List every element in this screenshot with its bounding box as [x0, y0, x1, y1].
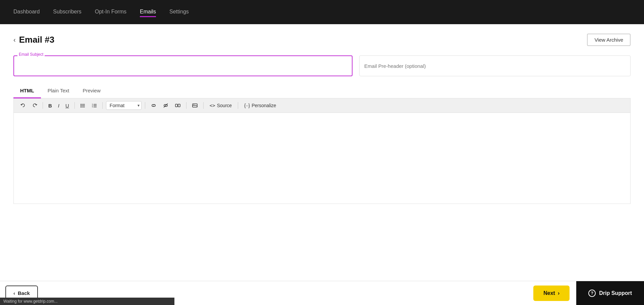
fields-row: Email Subject	[13, 55, 631, 76]
help-circle-icon: ?	[588, 290, 596, 297]
unordered-list-icon	[80, 103, 86, 108]
source-code-icon: <>	[210, 103, 215, 108]
bold-button[interactable]: B	[46, 101, 54, 110]
blockquote-button[interactable]	[173, 101, 183, 110]
toolbar-sep-5	[186, 102, 186, 109]
back-arrow-icon[interactable]: ‹	[13, 36, 16, 44]
status-bar: Waiting for www.getdrip.com...	[0, 298, 174, 305]
undo-button[interactable]	[18, 101, 28, 110]
preheader-field-wrapper	[359, 55, 631, 76]
svg-line-12	[164, 103, 168, 107]
toolbar-sep-2	[74, 102, 75, 109]
personalize-icon: {··}	[244, 103, 250, 108]
personalize-button[interactable]: {··} Personalize	[241, 101, 279, 110]
nav-settings[interactable]: Settings	[169, 7, 189, 17]
svg-point-16	[194, 104, 194, 105]
subject-field-wrapper: Email Subject	[13, 55, 353, 76]
svg-point-0	[80, 104, 82, 105]
unlink-icon	[163, 102, 169, 108]
bottom-right: Next › ? Drip Support	[527, 281, 644, 305]
subject-label: Email Subject	[17, 52, 45, 57]
tab-preview[interactable]: Preview	[76, 84, 107, 98]
next-label: Next	[543, 290, 555, 296]
image-button[interactable]	[190, 101, 200, 110]
link-button[interactable]	[149, 101, 159, 110]
unlink-button[interactable]	[161, 101, 171, 110]
back-arrow-icon: ‹	[13, 290, 15, 296]
svg-rect-13	[175, 104, 177, 107]
tab-html[interactable]: HTML	[13, 84, 41, 98]
ordered-list-icon: 1. 2. 3.	[92, 103, 97, 108]
nav-emails[interactable]: Emails	[140, 7, 156, 17]
back-label: Back	[18, 290, 30, 296]
toolbar-sep-1	[43, 102, 43, 109]
underline-button[interactable]: U	[63, 101, 71, 110]
redo-icon	[32, 103, 37, 108]
italic-button[interactable]: I	[56, 101, 61, 110]
page-title: Email #3	[19, 35, 55, 45]
next-button[interactable]: Next ›	[533, 286, 570, 301]
status-text: Waiting for www.getdrip.com...	[3, 299, 58, 304]
blockquote-icon	[175, 102, 181, 108]
toolbar-sep-7	[238, 102, 238, 109]
ordered-list-button[interactable]: 1. 2. 3.	[90, 101, 99, 110]
nav-opt-in-forms[interactable]: Opt-In Forms	[95, 7, 126, 17]
email-preheader-input[interactable]	[359, 55, 631, 76]
view-archive-button[interactable]: View Archive	[587, 34, 631, 46]
next-btn-wrap: Next ›	[527, 286, 576, 301]
page-header: ‹ Email #3 View Archive	[13, 34, 631, 46]
source-label: Source	[217, 103, 232, 108]
unordered-list-button[interactable]	[78, 101, 88, 110]
bold-icon: B	[48, 103, 52, 108]
svg-text:3.: 3.	[92, 106, 93, 108]
toolbar-sep-6	[203, 102, 204, 109]
svg-point-4	[80, 106, 82, 107]
link-icon	[151, 102, 157, 108]
nav-dashboard[interactable]: Dashboard	[13, 7, 40, 17]
image-icon	[192, 102, 198, 108]
redo-button[interactable]	[30, 101, 39, 110]
source-button[interactable]: <> Source	[207, 101, 234, 110]
top-nav: Dashboard Subscribers Opt-In Forms Email…	[0, 0, 644, 24]
svg-point-2	[80, 105, 82, 106]
underline-icon: U	[65, 103, 69, 108]
nav-subscribers[interactable]: Subscribers	[53, 7, 81, 17]
page-header-left: ‹ Email #3	[13, 35, 54, 45]
format-select[interactable]: Format Paragraph Heading 1 Heading 2 Hea…	[106, 101, 142, 110]
svg-rect-14	[178, 104, 180, 107]
editor-toolbar: B I U	[14, 98, 630, 113]
editor-tabs: HTML Plain Text Preview	[13, 84, 631, 98]
drip-support-button[interactable]: ? Drip Support	[576, 281, 644, 305]
editor-body[interactable]	[14, 113, 630, 204]
tab-plain-text[interactable]: Plain Text	[41, 84, 76, 98]
drip-support-label: Drip Support	[599, 290, 632, 296]
personalize-label: Personalize	[252, 103, 276, 108]
italic-icon: I	[58, 103, 59, 108]
next-arrow-icon: ›	[558, 290, 559, 296]
main-content: ‹ Email #3 View Archive Email Subject HT…	[0, 24, 644, 204]
toolbar-sep-3	[102, 102, 103, 109]
toolbar-sep-4	[145, 102, 145, 109]
format-dropdown-wrapper: Format Paragraph Heading 1 Heading 2 Hea…	[106, 101, 142, 110]
email-subject-input[interactable]	[13, 55, 353, 76]
editor-wrapper: B I U	[13, 98, 631, 204]
undo-icon	[20, 103, 26, 108]
